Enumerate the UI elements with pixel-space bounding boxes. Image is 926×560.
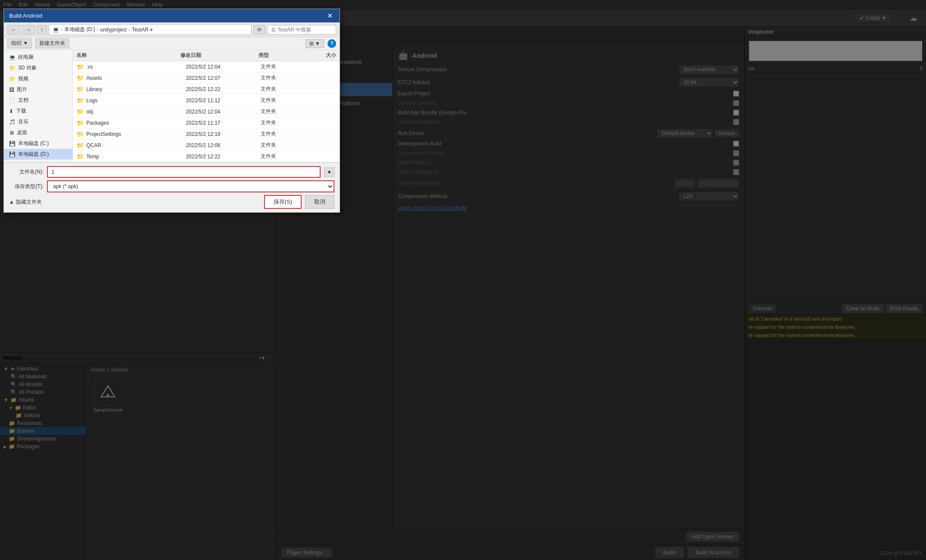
file-name-6: ProjectSettings <box>86 131 186 137</box>
dialog-file-list: 名称 修改日期 类型 大小 📁 .vs 2022/5/2 12:04 文件夹 📁… <box>73 50 340 162</box>
filetype-row: 保存类型(T): apk (*.apk) <box>9 180 334 192</box>
filename-dropdown-btn[interactable]: ▾ <box>324 167 334 177</box>
file-date-3: 2022/5/2 11:12 <box>186 98 261 104</box>
sidebar-music[interactable]: 🎵 音乐 <box>4 116 72 127</box>
file-folder-icon-7: 📁 <box>76 142 84 149</box>
file-date-2: 2022/5/2 12:22 <box>186 86 261 92</box>
filetype-label: 保存类型(T): <box>9 183 44 190</box>
file-row-2[interactable]: 📁 Library 2022/5/2 12:22 文件夹 <box>73 84 340 95</box>
nav-back-button[interactable]: ← <box>7 25 20 35</box>
file-type-8: 文件夹 <box>261 153 310 160</box>
sidebar-docs[interactable]: 📄 文档 <box>4 95 72 106</box>
nav-forward-button[interactable]: → <box>22 25 35 35</box>
pc-sidebar-icon: 💻 <box>9 54 16 60</box>
sidebar-pc[interactable]: 💻 此电脑 <box>4 52 72 63</box>
help-button[interactable]: ? <box>328 39 336 48</box>
sidebar-3d[interactable]: 📁 3D 对象 <box>4 63 72 73</box>
nav-up-button[interactable]: ↑ <box>37 25 47 35</box>
file-row-0[interactable]: 📁 .vs 2022/5/2 12:04 文件夹 <box>73 61 340 72</box>
new-folder-button[interactable]: 新建文件夹 <box>35 38 69 48</box>
file-folder-icon-0: 📁 <box>76 63 84 70</box>
filename-row: 文件名(N): ▾ <box>9 166 334 178</box>
file-row-8[interactable]: 📁 Temp 2022/5/2 12:22 文件夹 <box>73 151 340 162</box>
sidebar-drive-c[interactable]: 💾 本地磁盘 (C:) <box>4 138 72 149</box>
file-dialog: Build Android ✕ ← → ↑ 💻 › 本地磁盘 (D:) › un… <box>3 9 340 213</box>
file-row-1[interactable]: 📁 Assets 2022/5/2 12:07 文件夹 <box>73 72 340 84</box>
file-list-header: 名称 修改日期 类型 大小 <box>73 50 340 61</box>
pictures-sidebar-label: 图片 <box>17 86 27 93</box>
file-row-4[interactable]: 📁 obj 2022/5/2 12:04 文件夹 <box>73 106 340 117</box>
file-date-1: 2022/5/2 12:07 <box>186 75 261 81</box>
file-date-6: 2022/5/2 12:19 <box>186 131 261 137</box>
video-sidebar-icon: 📁 <box>9 76 16 82</box>
hide-files-label: 隐藏文件夹 <box>16 198 42 206</box>
file-date-5: 2022/5/2 11:17 <box>186 120 261 126</box>
file-name-8: Temp <box>86 154 186 160</box>
file-name-5: Packages <box>86 120 186 126</box>
file-date-8: 2022/5/2 12:22 <box>186 154 261 160</box>
dialog-bottom-row: ▲ 隐藏文件夹 保存(S) 取消 <box>9 195 334 209</box>
downloads-sidebar-icon: ⬇ <box>9 108 13 114</box>
breadcrumb-sep-2: › <box>129 27 130 33</box>
breadcrumb-sep-1: › <box>97 27 98 33</box>
hide-files-toggle[interactable]: ▲ 隐藏文件夹 <box>9 197 42 208</box>
breadcrumb-part-2[interactable]: unityproject <box>100 27 126 33</box>
organize-button[interactable]: 组织 ▼ <box>7 38 32 48</box>
dialog-refresh-button[interactable]: ⟳ <box>253 25 265 35</box>
sidebar-pictures[interactable]: 🖼 图片 <box>4 84 72 95</box>
breadcrumb-part-3[interactable]: TestAR <box>132 27 149 33</box>
file-name-0: .vs <box>86 64 186 70</box>
file-row-5[interactable]: 📁 Packages 2022/5/2 11:17 文件夹 <box>73 117 340 129</box>
dialog-titlebar: Build Android ✕ <box>4 9 340 22</box>
file-type-3: 文件夹 <box>261 97 310 104</box>
file-name-1: Assets <box>86 75 186 81</box>
filetype-select[interactable]: apk (*.apk) <box>47 180 334 192</box>
music-sidebar-icon: 🎵 <box>9 119 16 125</box>
pictures-sidebar-icon: 🖼 <box>9 87 14 93</box>
file-folder-icon-6: 📁 <box>76 131 84 138</box>
filename-input[interactable] <box>47 166 321 178</box>
sidebar-desktop[interactable]: 🖥 桌面 <box>4 127 72 138</box>
file-type-6: 文件夹 <box>261 130 310 138</box>
file-date-0: 2022/5/2 12:04 <box>186 64 261 70</box>
music-sidebar-label: 音乐 <box>18 118 28 126</box>
dialog-search-input[interactable] <box>267 25 336 35</box>
file-name-4: obj <box>86 109 186 115</box>
downloads-sidebar-label: 下载 <box>16 107 26 115</box>
breadcrumb-dropdown-icon[interactable]: ▾ <box>150 27 153 33</box>
file-row-6[interactable]: 📁 ProjectSettings 2022/5/2 12:19 文件夹 <box>73 129 340 140</box>
col-date-header: 修改日期 <box>180 52 258 59</box>
breadcrumb-icon: 💻 <box>53 27 59 33</box>
file-date-7: 2022/5/2 12:06 <box>186 142 261 148</box>
drive-d-sidebar-icon: 💾 <box>9 151 16 157</box>
pc-sidebar-label: 此电脑 <box>18 53 34 61</box>
file-folder-icon-2: 📁 <box>76 86 84 93</box>
dialog-footer: 文件名(N): ▾ 保存类型(T): apk (*.apk) ▲ 隐藏文件夹 保… <box>4 162 340 212</box>
3d-sidebar-icon: 📁 <box>9 65 16 71</box>
file-name-3: Logs <box>86 98 186 104</box>
file-type-7: 文件夹 <box>261 142 310 149</box>
col-type-header: 类型 <box>258 52 310 59</box>
save-button[interactable]: 保存(S) <box>264 195 302 209</box>
dialog-sidebar: 💻 此电脑 📁 3D 对象 📁 视频 🖼 图片 📄 文档 ⬇ 下载 <box>4 50 73 162</box>
hide-files-arrow: ▲ <box>9 199 14 205</box>
drive-d-sidebar-label: 本地磁盘 (D:) <box>18 151 49 158</box>
file-row-3[interactable]: 📁 Logs 2022/5/2 11:12 文件夹 <box>73 95 340 106</box>
sidebar-downloads[interactable]: ⬇ 下载 <box>4 106 72 116</box>
view-toggle-button[interactable]: ⊞ ▼ <box>306 39 324 48</box>
video-sidebar-label: 视频 <box>18 75 28 82</box>
file-folder-icon-8: 📁 <box>76 153 84 160</box>
desktop-sidebar-label: 桌面 <box>17 129 27 136</box>
file-date-4: 2022/5/2 12:04 <box>186 109 261 115</box>
cancel-button[interactable]: 取消 <box>305 195 334 209</box>
dialog-nav-toolbar: ← → ↑ 💻 › 本地磁盘 (D:) › unityproject › Tes… <box>4 22 340 37</box>
dialog-close-button[interactable]: ✕ <box>325 12 334 20</box>
sidebar-drive-d[interactable]: 💾 本地磁盘 (D:) <box>4 149 72 160</box>
file-type-1: 文件夹 <box>261 74 310 82</box>
file-row-7[interactable]: 📁 QCAR 2022/5/2 12:06 文件夹 <box>73 140 340 151</box>
breadcrumb-part-1[interactable]: 本地磁盘 (D:) <box>64 26 95 33</box>
file-folder-icon-1: 📁 <box>76 75 84 82</box>
desktop-sidebar-icon: 🖥 <box>9 130 14 136</box>
sidebar-video[interactable]: 📁 视频 <box>4 73 72 84</box>
dialog-title: Build Android <box>9 13 42 19</box>
